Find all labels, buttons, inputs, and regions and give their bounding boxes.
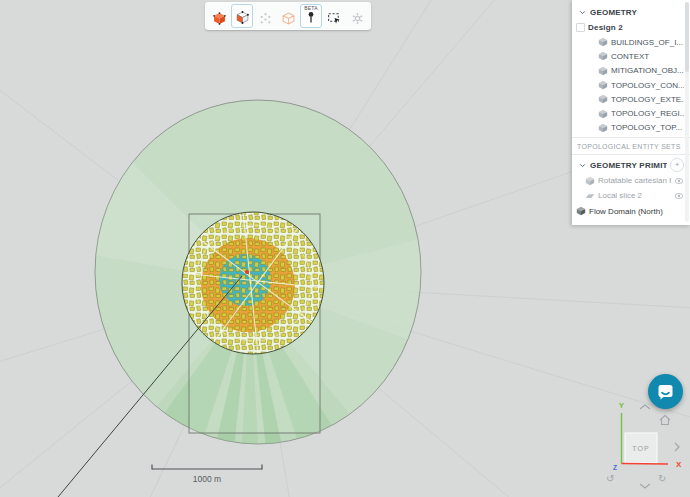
geometry-tree-panel: GEOMETRY Design 2 BUILDINGS_OF_I... CONT… <box>572 0 690 225</box>
scale-bar-label: 1000 m <box>193 474 221 484</box>
app-window: 1000 m <box>0 0 690 497</box>
topological-entity-sets-header[interactable]: TOPOLOGICAL ENTITY SETS <box>572 140 690 152</box>
dotted-cube-icon <box>259 12 272 25</box>
marquee-select-icon <box>327 11 341 25</box>
tree-item-topology-regi[interactable]: TOPOLOGY_REGI... <box>572 106 690 120</box>
tree-item-label: TOPOLOGY_TOP... <box>611 123 684 132</box>
geometry-section-header[interactable]: GEOMETRY <box>572 4 690 20</box>
add-primitive-button[interactable]: + <box>670 158 684 172</box>
solid-icon <box>598 37 608 47</box>
tree-item-label: TOPOLOGY_CON... <box>611 81 684 90</box>
panel-divider <box>572 137 690 138</box>
design-label: Design 2 <box>588 23 684 32</box>
tree-item-mitigation[interactable]: MITIGATION_OBJ... <box>572 64 690 78</box>
solid-icon <box>598 51 608 61</box>
box-primitive-icon <box>576 206 586 216</box>
primitive-item-rotatable-box[interactable]: Rotatable cartesian bo... <box>572 173 690 188</box>
geometry-header-label: GEOMETRY <box>590 8 684 17</box>
primitive-item-flow-domain[interactable]: Flow Domain (North) <box>572 203 690 219</box>
home-view-icon[interactable] <box>660 416 670 425</box>
outline-cube-icon <box>282 12 295 25</box>
z-axis-label: Z <box>613 464 617 471</box>
map-inset[interactable] <box>182 212 324 354</box>
beta-badge: BETA <box>304 6 318 11</box>
primitives-header-label: GEOMETRY PRIMITIVES <box>590 161 667 170</box>
visibility-eye-icon[interactable] <box>674 191 684 201</box>
rotate-up-chevron[interactable] <box>640 405 650 409</box>
scale-bar: 1000 m <box>152 465 262 485</box>
solid-icon <box>598 94 608 104</box>
tree-item-buildings[interactable]: BUILDINGS_OF_I... <box>572 35 690 49</box>
tree-item-label: CONTEXT <box>611 52 684 61</box>
box-select-button[interactable] <box>323 4 345 28</box>
primitive-item-local-slice[interactable]: Local slice 2 <box>572 188 690 203</box>
chevron-down-icon <box>578 8 587 17</box>
probe-point-beta-button[interactable]: BETA <box>300 4 322 28</box>
partial-cube-icon <box>236 11 249 24</box>
box-primitive-icon <box>585 176 595 186</box>
tree-item-topology-con[interactable]: TOPOLOGY_CON... <box>572 78 690 92</box>
tree-item-label: BUILDINGS_OF_I... <box>611 38 684 47</box>
settings-button[interactable] <box>346 4 368 28</box>
rotate-down-chevron[interactable] <box>640 484 650 488</box>
rotate-right-chevron[interactable] <box>675 443 679 451</box>
show-solid-geometry-button[interactable] <box>208 4 230 28</box>
rotate-ccw-icon[interactable]: ↺ <box>606 473 614 484</box>
tree-item-label: MITIGATION_OBJ... <box>611 66 684 75</box>
solid-cube-icon <box>213 12 226 25</box>
tree-item-label: TOPOLOGY_REGI... <box>611 109 684 118</box>
panel-divider <box>572 154 690 155</box>
tree-item-topology-exte[interactable]: TOPOLOGY_EXTE... <box>572 92 690 106</box>
tree-item-context[interactable]: CONTEXT <box>572 49 690 63</box>
solid-icon <box>598 80 608 90</box>
geometry-primitives-header[interactable]: GEOMETRY PRIMITIVES + <box>572 157 690 173</box>
tree-item-topology-top[interactable]: TOPOLOGY_TOP... <box>572 121 690 135</box>
primitive-label: Flow Domain (North) <box>589 207 684 216</box>
view-navigation-gizmo: TOP Y X Z ↺ ↻ <box>598 393 690 497</box>
highlight-face-selection-button[interactable] <box>231 4 253 28</box>
chevron-down-icon <box>578 161 587 170</box>
panel-scrollbar[interactable] <box>685 2 689 222</box>
y-axis-label: Y <box>619 401 625 410</box>
x-axis-line <box>622 464 669 465</box>
primitive-label: Local slice 2 <box>598 191 671 200</box>
solid-icon <box>598 66 608 76</box>
viewport-toolbar: BETA <box>205 2 371 30</box>
solid-icon <box>598 123 608 133</box>
design-node-icon <box>576 23 585 32</box>
viewcube-face-label[interactable]: TOP <box>632 445 649 452</box>
visibility-eye-icon[interactable] <box>674 176 684 186</box>
transparent-geometry-button[interactable] <box>277 4 299 28</box>
slice-primitive-icon <box>585 191 595 201</box>
pin-icon <box>305 10 317 24</box>
solid-icon <box>598 109 608 119</box>
rotate-cw-icon[interactable]: ↻ <box>658 473 666 484</box>
map-center-marker <box>245 270 249 274</box>
hidden-geometry-button[interactable] <box>254 4 276 28</box>
gear-icon <box>351 12 364 25</box>
primitive-label: Rotatable cartesian bo... <box>598 176 671 185</box>
tree-item-label: TOPOLOGY_EXTE... <box>611 95 684 104</box>
tree-node-design-2[interactable]: Design 2 <box>572 20 690 35</box>
x-axis-label: X <box>676 460 682 469</box>
scrollbar-thumb[interactable] <box>685 2 689 72</box>
